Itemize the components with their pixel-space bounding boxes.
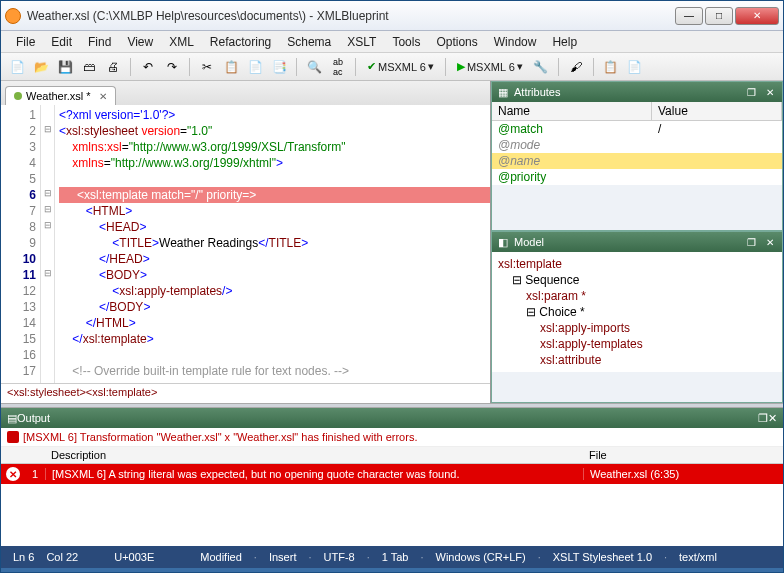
run-config-button[interactable]: 🔧 xyxy=(531,57,551,77)
attributes-icon: ▦ xyxy=(498,86,508,99)
attr-row[interactable]: @name xyxy=(492,153,782,169)
panel-close-button[interactable]: ✕ xyxy=(768,412,777,425)
model-item[interactable]: xsl:apply-templates xyxy=(498,336,776,352)
output-title: Output xyxy=(17,412,50,424)
toolbar: 📄 📂 💾 🗃 🖨 ↶ ↷ ✂ 📋 📄 📑 🔍 abac ✔MSXML 6 ▾ … xyxy=(1,53,783,81)
attr-row[interactable]: @match/ xyxy=(492,121,782,137)
output-summary: [MSXML 6] Transformation "Weather.xsl" x… xyxy=(23,431,417,443)
menu-help[interactable]: Help xyxy=(545,33,584,51)
status-encoding: UTF-8 xyxy=(320,551,359,563)
tool-b-button[interactable]: 📄 xyxy=(625,57,645,77)
title-bar: Weather.xsl (C:\XMLBP Help\resources\doc… xyxy=(1,1,783,31)
panel-dock-button[interactable]: ❐ xyxy=(758,412,768,425)
tab-weather-xsl[interactable]: Weather.xsl * ✕ xyxy=(5,86,116,105)
menu-xslt[interactable]: XSLT xyxy=(340,33,383,51)
format-button[interactable]: 🖌 xyxy=(566,57,586,77)
tab-label: Weather.xsl * xyxy=(26,90,91,102)
error-icon xyxy=(7,431,19,443)
status-codepoint: U+003E xyxy=(110,551,158,563)
error-number: 1 xyxy=(25,468,45,480)
output-header-desc[interactable]: Description xyxy=(45,447,583,463)
undo-button[interactable]: ↶ xyxy=(138,57,158,77)
model-item[interactable]: xsl:param * xyxy=(498,288,776,304)
tab-strip: Weather.xsl * ✕ xyxy=(1,81,490,105)
output-header-file[interactable]: File xyxy=(583,447,783,463)
delete-button[interactable]: 📑 xyxy=(269,57,289,77)
validate-dropdown[interactable]: ✔MSXML 6 ▾ xyxy=(363,60,438,73)
menu-refactoring[interactable]: Refactoring xyxy=(203,33,278,51)
tool-a-button[interactable]: 📋 xyxy=(601,57,621,77)
model-item[interactable]: xsl:attribute xyxy=(498,352,776,368)
run-dropdown[interactable]: ▶MSXML 6 ▾ xyxy=(453,60,527,73)
paste-button[interactable]: 📄 xyxy=(245,57,265,77)
attr-header-value[interactable]: Value xyxy=(652,102,782,120)
status-line: Ln 6 xyxy=(9,551,38,563)
panel-dock-button[interactable]: ❐ xyxy=(745,87,758,98)
menu-view[interactable]: View xyxy=(120,33,160,51)
status-doctype: XSLT Stylesheet 1.0 xyxy=(549,551,656,563)
attr-row[interactable]: @mode xyxy=(492,137,782,153)
new-file-button[interactable]: 📄 xyxy=(7,57,27,77)
status-bar: Ln 6 Col 22 U+003E Modified· Insert· UTF… xyxy=(1,546,783,568)
output-icon: ▤ xyxy=(7,412,17,425)
tab-close-icon[interactable]: ✕ xyxy=(99,91,107,102)
window-title: Weather.xsl (C:\XMLBP Help\resources\doc… xyxy=(27,9,675,23)
cut-button[interactable]: ✂ xyxy=(197,57,217,77)
attr-row[interactable]: @priority xyxy=(492,169,782,185)
save-all-button[interactable]: 🗃 xyxy=(79,57,99,77)
minimize-button[interactable]: — xyxy=(675,7,703,25)
menu-find[interactable]: Find xyxy=(81,33,118,51)
status-col: Col 22 xyxy=(42,551,82,563)
tab-status-icon xyxy=(14,92,22,100)
menu-window[interactable]: Window xyxy=(487,33,544,51)
menu-edit[interactable]: Edit xyxy=(44,33,79,51)
panel-close-button[interactable]: ✕ xyxy=(764,87,776,98)
save-button[interactable]: 💾 xyxy=(55,57,75,77)
attributes-panel: ▦ Attributes ❐ ✕ Name Value @match/@mode… xyxy=(491,81,783,231)
status-tab: 1 Tab xyxy=(378,551,413,563)
right-panels: ▦ Attributes ❐ ✕ Name Value @match/@mode… xyxy=(491,81,783,403)
panel-close-button[interactable]: ✕ xyxy=(764,237,776,248)
model-item[interactable]: xsl:template xyxy=(498,256,776,272)
code-editor[interactable]: 1234567891011121314151617 ⊟⊟⊟⊟⊟ <?xml ve… xyxy=(1,105,490,383)
error-badge-icon: ✕ xyxy=(6,467,20,481)
menu-bar: File Edit Find View XML Refactoring Sche… xyxy=(1,31,783,53)
print-button[interactable]: 🖨 xyxy=(103,57,123,77)
menu-xml[interactable]: XML xyxy=(162,33,201,51)
replace-button[interactable]: abac xyxy=(328,57,348,77)
status-insert: Insert xyxy=(265,551,301,563)
status-modified: Modified xyxy=(196,551,246,563)
model-item[interactable]: ⊟ Sequence xyxy=(498,272,776,288)
output-panel: ▤ Output ❐ ✕ [MSXML 6] Transformation "W… xyxy=(1,408,783,546)
editor-pane: Weather.xsl * ✕ 123456789101112131415161… xyxy=(1,81,491,403)
attributes-title: Attributes xyxy=(514,86,560,98)
output-error-row[interactable]: ✕ 1 [MSXML 6] A string literal was expec… xyxy=(1,464,783,484)
error-description: [MSXML 6] A string literal was expected,… xyxy=(45,468,583,480)
app-icon xyxy=(5,8,21,24)
close-button[interactable]: ✕ xyxy=(735,7,779,25)
model-item[interactable]: xsl:apply-imports xyxy=(498,320,776,336)
find-button[interactable]: 🔍 xyxy=(304,57,324,77)
open-file-button[interactable]: 📂 xyxy=(31,57,51,77)
status-mime: text/xml xyxy=(675,551,721,563)
panel-dock-button[interactable]: ❐ xyxy=(745,237,758,248)
model-panel: ◧ Model ❐ ✕ xsl:template⊟ Sequencexsl:pa… xyxy=(491,231,783,403)
attr-header-name[interactable]: Name xyxy=(492,102,652,120)
main-area: Weather.xsl * ✕ 123456789101112131415161… xyxy=(1,81,783,403)
menu-schema[interactable]: Schema xyxy=(280,33,338,51)
menu-options[interactable]: Options xyxy=(429,33,484,51)
maximize-button[interactable]: □ xyxy=(705,7,733,25)
model-icon: ◧ xyxy=(498,236,508,249)
menu-tools[interactable]: Tools xyxy=(385,33,427,51)
copy-button[interactable]: 📋 xyxy=(221,57,241,77)
model-title: Model xyxy=(514,236,544,248)
status-eol: Windows (CR+LF) xyxy=(432,551,530,563)
breadcrumb[interactable]: <xsl:stylesheet><xsl:template> xyxy=(1,383,490,403)
model-item[interactable]: ⊟ Choice * xyxy=(498,304,776,320)
redo-button[interactable]: ↷ xyxy=(162,57,182,77)
menu-file[interactable]: File xyxy=(9,33,42,51)
error-file: Weather.xsl (6:35) xyxy=(583,468,783,480)
